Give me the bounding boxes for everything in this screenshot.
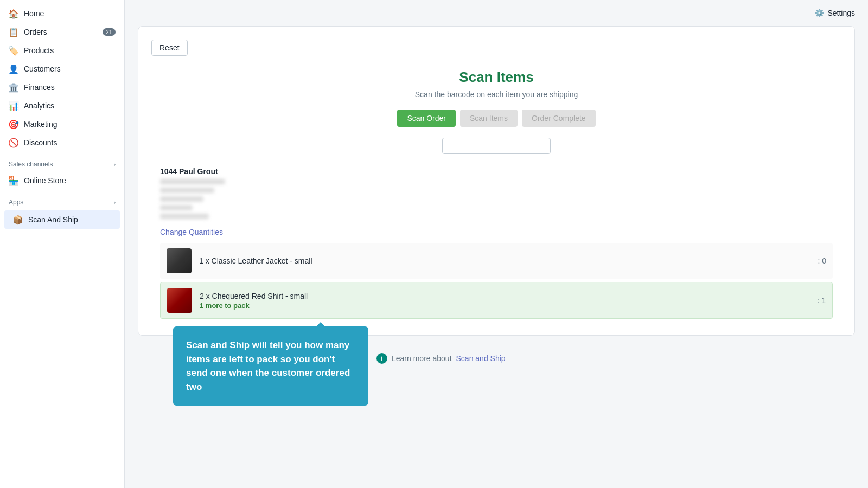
change-quantities-link[interactable]: Change Quantities bbox=[151, 228, 841, 236]
analytics-icon: 📊 bbox=[9, 101, 18, 111]
sidebar-item-label: Customers bbox=[24, 65, 61, 73]
scan-card: Reset Scan Items Scan the barcode on eac… bbox=[138, 26, 855, 336]
product-shirt-info: 2 x Chequered Red Shirt - small 1 more t… bbox=[200, 292, 809, 310]
scan-input-container bbox=[151, 138, 841, 154]
order-complete-button: Order Complete bbox=[522, 110, 596, 127]
sidebar-item-label: Finances bbox=[24, 83, 55, 92]
address-line-5 bbox=[160, 214, 209, 219]
topbar: ⚙️ Settings bbox=[125, 0, 868, 26]
sidebar-item-label: Marketing bbox=[24, 120, 57, 129]
orders-badge: 21 bbox=[103, 28, 116, 36]
product-row-jacket: 1 x Classic Leather Jacket - small : 0 bbox=[160, 243, 833, 279]
customers-icon: 👤 bbox=[9, 64, 18, 74]
sidebar-item-orders[interactable]: 📋 Orders 21 bbox=[0, 23, 124, 41]
sidebar-item-finances[interactable]: 🏛️ Finances bbox=[0, 78, 124, 97]
address-line-4 bbox=[160, 205, 193, 210]
finances-icon: 🏛️ bbox=[9, 82, 18, 92]
scan-and-ship-link[interactable]: Scan and Ship bbox=[456, 354, 506, 363]
info-text: Learn more about bbox=[392, 354, 452, 363]
sidebar-item-customers[interactable]: 👤 Customers bbox=[0, 60, 124, 78]
products-icon: 🏷️ bbox=[9, 46, 18, 55]
sidebar-item-marketing[interactable]: 🎯 Marketing bbox=[0, 115, 124, 133]
sidebar-item-discounts[interactable]: 🚫 Discounts bbox=[0, 133, 124, 152]
scan-buttons: Scan Order Scan Items Order Complete bbox=[151, 110, 841, 127]
settings-button[interactable]: ⚙️ Settings bbox=[815, 9, 855, 17]
product-jacket-name: 1 x Classic Leather Jacket - small bbox=[199, 256, 810, 265]
address-line-1 bbox=[160, 179, 225, 184]
sidebar-item-label: Home bbox=[24, 9, 44, 18]
marketing-icon: 🎯 bbox=[9, 119, 18, 129]
order-info: 1044 Paul Grout bbox=[151, 167, 841, 219]
product-rows: 1 x Classic Leather Jacket - small : 0 2… bbox=[151, 243, 841, 319]
scan-subtitle: Scan the barcode on each item you are sh… bbox=[151, 90, 841, 99]
orders-icon: 📋 bbox=[9, 27, 18, 37]
discounts-icon: 🚫 bbox=[9, 138, 18, 147]
home-icon: 🏠 bbox=[9, 9, 18, 18]
product-shirt-count: : 1 bbox=[817, 296, 826, 305]
order-name: 1044 Paul Grout bbox=[160, 167, 833, 176]
sidebar-item-home[interactable]: 🏠 Home bbox=[0, 4, 124, 23]
online-store-icon: 🏪 bbox=[9, 176, 18, 185]
settings-label: Settings bbox=[827, 9, 855, 17]
product-jacket-info: 1 x Classic Leather Jacket - small bbox=[199, 256, 810, 265]
product-shirt-thumbnail bbox=[167, 288, 192, 313]
sidebar-item-label: Products bbox=[24, 46, 54, 55]
sales-channels-label: Sales channels bbox=[9, 160, 53, 168]
page-content: Reset Scan Items Scan the barcode on eac… bbox=[125, 26, 868, 377]
scan-order-button[interactable]: Scan Order bbox=[397, 110, 456, 127]
sidebar-item-analytics[interactable]: 📊 Analytics bbox=[0, 97, 124, 115]
address-line-2 bbox=[160, 188, 214, 193]
sidebar-item-online-store[interactable]: 🏪 Online Store bbox=[0, 171, 124, 190]
product-rows-wrapper: 1 x Classic Leather Jacket - small : 0 2… bbox=[151, 243, 841, 319]
sidebar-item-label: Orders bbox=[24, 28, 47, 36]
product-shirt-more-to-pack: 1 more to pack bbox=[200, 301, 809, 310]
reset-button[interactable]: Reset bbox=[151, 40, 188, 56]
gear-icon: ⚙️ bbox=[815, 9, 824, 17]
sidebar-item-label: Discounts bbox=[24, 138, 57, 147]
callout-text: Scan and Ship will tell you how many ite… bbox=[186, 340, 350, 392]
product-jacket-thumbnail bbox=[167, 248, 192, 273]
sidebar: 🏠 Home 📋 Orders 21 🏷️ Products 👤 Custome… bbox=[0, 0, 125, 488]
chevron-right-icon: › bbox=[114, 162, 116, 168]
scan-input[interactable] bbox=[442, 138, 551, 154]
sidebar-item-scan-and-ship[interactable]: 📦 Scan And Ship bbox=[4, 210, 120, 229]
apps-section: Apps › bbox=[0, 190, 124, 209]
product-jacket-count: : 0 bbox=[818, 256, 826, 265]
scan-items-title: Scan Items bbox=[151, 69, 841, 86]
sidebar-item-label: Online Store bbox=[24, 176, 66, 185]
callout-tooltip: Scan and Ship will tell you how many ite… bbox=[173, 326, 368, 406]
main-content: ⚙️ Settings Reset Scan Items Scan the ba… bbox=[125, 0, 868, 488]
address-line-3 bbox=[160, 196, 203, 202]
chevron-right-icon-apps: › bbox=[114, 200, 116, 206]
apps-label: Apps bbox=[9, 198, 23, 206]
info-icon: i bbox=[376, 353, 387, 364]
product-shirt-name: 2 x Chequered Red Shirt - small bbox=[200, 292, 809, 300]
sales-channels-section: Sales channels › bbox=[0, 152, 124, 171]
scan-and-ship-icon: 📦 bbox=[13, 215, 23, 224]
sidebar-item-label: Scan And Ship bbox=[28, 215, 78, 224]
sidebar-item-label: Analytics bbox=[24, 101, 54, 110]
scan-items-button: Scan Items bbox=[460, 110, 518, 127]
sidebar-item-products[interactable]: 🏷️ Products bbox=[0, 41, 124, 60]
product-row-shirt: 2 x Chequered Red Shirt - small 1 more t… bbox=[160, 282, 833, 319]
